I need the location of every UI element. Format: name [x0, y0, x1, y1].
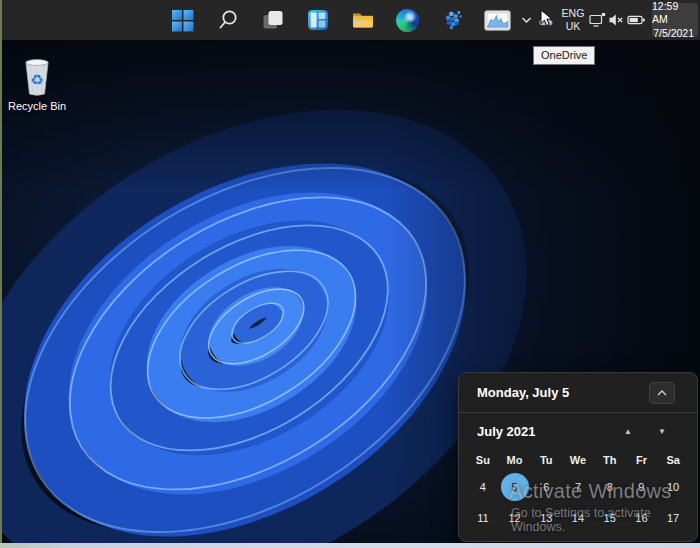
language-line2: UK — [566, 20, 581, 33]
battery-icon — [627, 13, 646, 27]
window-frame-bottom-edge — [0, 543, 700, 548]
edge-button[interactable] — [385, 0, 430, 40]
widgets-icon — [307, 9, 329, 31]
edge-icon — [396, 9, 419, 32]
battery-tray-button[interactable] — [625, 0, 648, 40]
start-button[interactable] — [160, 0, 205, 40]
clock-date: 7/5/2021 — [653, 27, 694, 41]
taskbar-center-icons — [160, 0, 520, 40]
calendar-day[interactable]: 11 — [467, 502, 499, 533]
store-button[interactable] — [430, 0, 475, 40]
language-line1: ENG — [562, 7, 585, 20]
onedrive-tray-button[interactable] — [534, 0, 558, 40]
clock-time: 12:59 AM — [652, 0, 694, 27]
calendar-day[interactable]: 8 — [594, 471, 626, 502]
calendar-day[interactable]: 12 — [499, 502, 531, 533]
calendar-day[interactable]: 13 — [530, 502, 562, 533]
recycle-arrows-glyph: ♻ — [30, 71, 43, 89]
calendar-day[interactable]: 7 — [562, 471, 594, 502]
system-tray: ENG UK — [518, 0, 700, 40]
calendar-day[interactable]: 10 — [657, 471, 689, 502]
calendar-header: Monday, July 5 — [459, 373, 697, 413]
calendar-day[interactable]: 6 — [530, 471, 562, 502]
task-view-icon — [261, 8, 285, 32]
ethernet-icon — [589, 12, 606, 28]
chevron-down-icon — [521, 16, 532, 24]
weekday-label: Tu — [530, 449, 562, 471]
taskbar: ENG UK — [0, 0, 700, 40]
onedrive-tooltip: OneDrive — [533, 46, 595, 65]
weekday-label: Fr — [626, 449, 658, 471]
calendar-day[interactable]: 16 — [626, 502, 658, 533]
weekday-label: Mo — [499, 449, 531, 471]
calendar-selected-date-label: Monday, July 5 — [477, 385, 569, 400]
calendar-day[interactable]: 17 — [657, 502, 689, 533]
weekday-label: Su — [467, 449, 499, 471]
performance-chart-icon — [484, 10, 511, 31]
calendar-day[interactable]: 14 — [562, 502, 594, 533]
start-icon — [171, 9, 194, 32]
clock-button[interactable]: 12:59 AM 7/5/2021 — [652, 3, 698, 37]
file-explorer-button[interactable] — [340, 0, 385, 40]
calendar-collapse-button[interactable] — [649, 382, 675, 404]
weekday-label: Sa — [657, 449, 689, 471]
calendar-prev-month-button[interactable]: ▲ — [611, 427, 645, 436]
recycle-bin-icon: ♻ — [4, 56, 70, 98]
calendar-day[interactable]: 9 — [626, 471, 658, 502]
task-view-button[interactable] — [250, 0, 295, 40]
window-frame-left-edge — [0, 0, 2, 548]
calendar-weekday-row: Su Mo Tu We Th Fr Sa — [459, 449, 697, 471]
calendar-flyout: Monday, July 5 July 2021 ▲ ▼ Su Mo Tu We… — [458, 372, 698, 542]
store-icon — [442, 9, 464, 31]
calendar-week-row: 11 12 13 14 15 16 17 — [459, 502, 697, 533]
windows-11-desktop: ♻ Recycle Bin Monday, July 5 July 2021 ▲… — [0, 0, 700, 548]
calendar-day-selected[interactable]: 5 — [499, 471, 531, 502]
calendar-month-row: July 2021 ▲ ▼ — [459, 413, 697, 449]
language-indicator[interactable]: ENG UK — [558, 0, 588, 40]
search-icon — [217, 9, 239, 31]
mouse-cursor-icon — [540, 9, 553, 27]
recycle-bin-label: Recycle Bin — [4, 100, 70, 112]
calendar-month-label: July 2021 — [477, 424, 536, 439]
calendar-day[interactable]: 4 — [467, 471, 499, 502]
search-button[interactable] — [205, 0, 250, 40]
volume-tray-button[interactable] — [607, 0, 625, 40]
task-manager-button[interactable] — [475, 0, 520, 40]
recycle-bin-shortcut[interactable]: ♻ Recycle Bin — [4, 56, 70, 112]
calendar-week-row: 4 5 6 7 8 9 10 — [459, 471, 697, 502]
weekday-label: Th — [594, 449, 626, 471]
calendar-next-month-button[interactable]: ▼ — [645, 427, 679, 436]
widgets-button[interactable] — [295, 0, 340, 40]
chevron-up-icon — [657, 390, 667, 396]
volume-muted-icon — [608, 12, 624, 28]
tray-overflow-button[interactable] — [518, 0, 534, 40]
weekday-label: We — [562, 449, 594, 471]
folder-icon — [351, 8, 375, 32]
network-tray-button[interactable] — [588, 0, 607, 40]
calendar-day[interactable]: 15 — [594, 502, 626, 533]
